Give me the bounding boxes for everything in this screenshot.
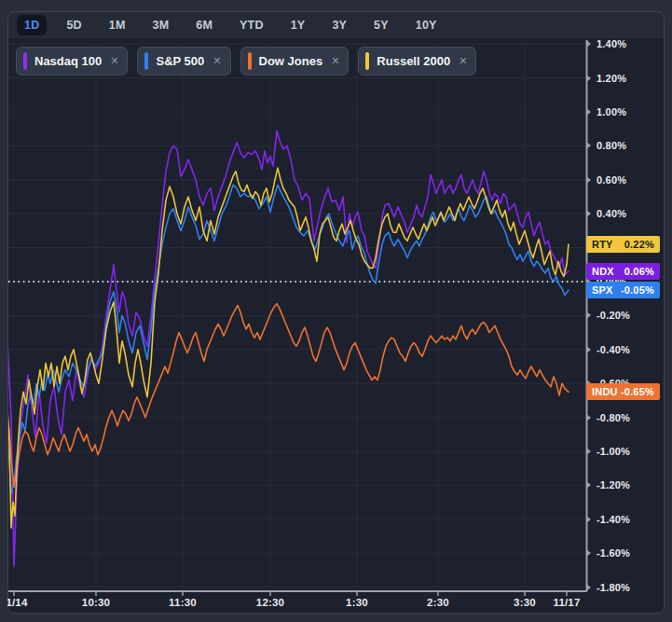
series-color-bar [23, 52, 27, 70]
change-percent: 0.22% [624, 239, 654, 250]
tick-arrow-icon [586, 142, 591, 149]
tick-arrow-icon [586, 311, 591, 319]
y-axis-tick-label: -0.80% [597, 412, 630, 423]
y-axis-tick: 1.00% [586, 104, 626, 119]
x-axis-tick-label: 11/14 [7, 597, 28, 608]
x-axis-tick-label: 10:30 [82, 597, 110, 608]
legend-chip-russell-2000[interactable]: Russell 2000✕ [358, 47, 476, 76]
y-axis-tick: 1.20% [586, 71, 626, 86]
y-axis-tick: -1.80% [586, 580, 630, 595]
change-percent: -0.05% [621, 284, 654, 296]
price-chart[interactable] [8, 38, 664, 613]
series-line-indu [8, 304, 569, 488]
x-axis-tick-label: 1:30 [346, 597, 368, 608]
tick-arrow-icon [586, 176, 591, 184]
symbol: NDX [592, 266, 614, 277]
y-axis-tick-label: -1.40% [597, 514, 630, 525]
series-line-ndx [8, 131, 569, 567]
series-label: Nasdaq 100 [34, 54, 102, 68]
tick-arrow-icon [586, 584, 591, 591]
series-label: Dow Jones [259, 54, 323, 68]
change-percent: 0.06% [624, 266, 654, 277]
series-label: Russell 2000 [377, 54, 450, 68]
price-label-ndx: NDX0.06% [586, 263, 660, 280]
close-icon[interactable]: ✕ [213, 56, 221, 66]
series-color-bar [248, 52, 252, 70]
y-axis-tick: -0.40% [586, 342, 630, 357]
x-axis-tick-label: 3:30 [514, 597, 536, 608]
tick-arrow-icon [586, 346, 591, 353]
series-color-bar [144, 52, 148, 70]
y-axis-tick: -1.20% [586, 477, 630, 492]
series-color-bar [365, 52, 369, 70]
tick-arrow-icon [586, 210, 591, 217]
tick-arrow-icon [586, 481, 591, 489]
close-icon[interactable]: ✕ [331, 56, 339, 66]
y-axis-tick: 0.60% [586, 173, 626, 187]
symbol: INDU [592, 386, 618, 397]
x-axis-tick-label: 2:30 [427, 597, 449, 608]
y-axis-tick: 0.80% [586, 138, 626, 153]
y-axis-tick-label: 1.00% [597, 106, 626, 117]
y-axis-tick-label: -0.40% [597, 344, 630, 355]
y-axis-tick-label: -1.00% [597, 446, 630, 457]
tick-arrow-icon [586, 549, 591, 557]
range-button-ytd[interactable]: YTD [232, 15, 271, 35]
range-button-5y[interactable]: 5Y [366, 15, 396, 35]
y-axis-tick-label: 0.80% [597, 140, 626, 151]
change-percent: -0.65% [621, 386, 654, 397]
tick-arrow-icon [586, 448, 591, 455]
range-button-10y[interactable]: 10Y [408, 15, 445, 35]
legend-chip-s-p-500[interactable]: S&P 500✕ [137, 47, 230, 76]
price-label-spx: SPX-0.05% [586, 282, 660, 298]
range-button-6m[interactable]: 6M [188, 15, 220, 35]
tick-arrow-icon [586, 40, 591, 48]
range-button-1d[interactable]: 1D [17, 15, 47, 35]
y-axis-tick: 0.40% [586, 206, 626, 221]
series-line-rty [8, 168, 569, 528]
y-axis-tick-label: 0.60% [597, 174, 626, 186]
y-axis-tick-label: -1.60% [597, 547, 630, 559]
range-button-1y[interactable]: 1Y [283, 15, 313, 35]
y-axis-tick: -0.80% [586, 410, 630, 425]
series-line-spx [8, 185, 569, 493]
y-axis-tick: -1.60% [586, 546, 630, 560]
symbol: RTY [592, 239, 613, 250]
range-button-3y[interactable]: 3Y [324, 15, 354, 35]
tick-arrow-icon [586, 75, 591, 82]
legend-chip-dow-jones[interactable]: Dow Jones✕ [240, 47, 350, 76]
y-axis-tick-label: 0.40% [597, 208, 626, 219]
x-axis-labels: 11/1410:3011:3012:301:302:303:3011/17 [7, 596, 665, 612]
y-axis-tick: -1.40% [586, 512, 630, 527]
y-axis-tick-label: -1.80% [597, 582, 630, 593]
symbol: SPX [592, 284, 613, 296]
range-toolbar: 1D5D1M3M6MYTD1Y3Y5Y10Y [17, 12, 445, 38]
y-axis-tick-label: -0.20% [597, 310, 630, 321]
y-axis-tick-label: 1.40% [597, 38, 626, 49]
y-axis-tick-label: 1.20% [597, 73, 626, 84]
y-axis-tick-label: -1.20% [597, 479, 630, 491]
x-axis-tick-label: 11/17 [553, 597, 580, 608]
tick-arrow-icon [586, 108, 591, 116]
tick-arrow-icon [586, 414, 591, 422]
chart-panel: 1D5D1M3M6MYTD1Y3Y5Y10Y [7, 11, 665, 614]
range-button-5d[interactable]: 5D [59, 15, 89, 35]
close-icon[interactable]: ✕ [459, 56, 467, 66]
range-button-1m[interactable]: 1M [102, 15, 133, 35]
y-axis-tick: -0.20% [586, 308, 630, 323]
price-label-rty: RTY0.22% [586, 236, 660, 253]
y-axis-tick: -1.00% [586, 444, 630, 459]
x-axis-tick-label: 11:30 [169, 597, 197, 608]
y-axis-tick: 1.40% [586, 36, 626, 51]
legend-chip-nasdaq-100[interactable]: Nasdaq 100✕ [16, 47, 128, 76]
close-icon[interactable]: ✕ [110, 56, 118, 66]
price-label-indu: INDU-0.65% [586, 383, 660, 400]
x-axis-tick-label: 12:30 [256, 597, 284, 608]
tick-arrow-icon [586, 516, 591, 523]
range-button-3m[interactable]: 3M [145, 15, 177, 35]
series-label: S&P 500 [156, 54, 204, 68]
legend: Nasdaq 100✕S&P 500✕Dow Jones✕Russell 200… [16, 47, 476, 76]
chart-widget: 1D5D1M3M6MYTD1Y3Y5Y10Y Nasdaq 100✕S&P 50… [0, 0, 672, 622]
